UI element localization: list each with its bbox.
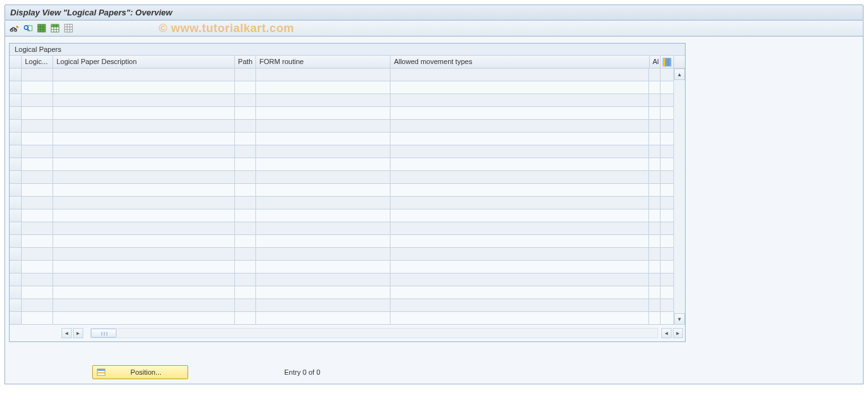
table-cell[interactable]	[390, 312, 649, 324]
table-cell[interactable]	[53, 248, 235, 260]
table-cell[interactable]	[235, 248, 257, 260]
table-cell[interactable]	[53, 145, 235, 158]
row-selector[interactable]	[10, 222, 21, 235]
table-cell[interactable]	[53, 299, 235, 311]
table-cell[interactable]	[53, 184, 235, 196]
table-cell[interactable]	[22, 286, 53, 299]
table-cell[interactable]	[256, 312, 390, 324]
find-icon[interactable]	[22, 22, 34, 34]
table-cell[interactable]	[649, 145, 661, 158]
row-selector[interactable]	[10, 274, 21, 286]
table-cell[interactable]	[649, 69, 661, 81]
table-cell[interactable]	[235, 235, 257, 247]
scroll-left-start-icon[interactable]: ◄	[61, 328, 72, 338]
table-cell[interactable]	[22, 133, 53, 145]
table-cell[interactable]	[235, 299, 257, 311]
table-cell[interactable]	[22, 184, 53, 196]
table-cell[interactable]	[53, 94, 235, 106]
table-cell[interactable]	[649, 261, 661, 273]
row-selector[interactable]	[10, 107, 21, 120]
row-selector[interactable]	[10, 286, 21, 299]
row-selector[interactable]	[10, 312, 21, 325]
table-cell[interactable]	[22, 261, 53, 273]
col-header-logic[interactable]: Logic...	[22, 56, 53, 68]
table-cell[interactable]	[390, 197, 649, 209]
table-cell[interactable]	[235, 94, 257, 106]
table-cell[interactable]	[390, 184, 649, 196]
col-header-al[interactable]: Al	[650, 56, 661, 68]
table-cell[interactable]	[235, 184, 257, 196]
table-cell[interactable]	[53, 81, 235, 94]
table-cell[interactable]	[649, 171, 661, 183]
row-selector[interactable]	[10, 120, 21, 133]
table-cell[interactable]	[256, 235, 390, 247]
table-cell[interactable]	[649, 222, 661, 234]
table-cell[interactable]	[256, 286, 390, 299]
table-cell[interactable]	[235, 69, 257, 81]
table-cell[interactable]	[390, 94, 649, 106]
table-cell[interactable]	[53, 261, 235, 273]
table-cell[interactable]	[53, 120, 235, 132]
table-cell[interactable]	[256, 145, 390, 158]
table-cell[interactable]	[390, 248, 649, 260]
table-cell[interactable]	[53, 222, 235, 234]
table-cell[interactable]	[22, 120, 53, 132]
column-settings-icon[interactable]	[661, 56, 673, 68]
table-cell[interactable]	[390, 286, 649, 299]
table-cell[interactable]	[649, 286, 661, 299]
table-cell[interactable]	[235, 261, 257, 273]
table-cell[interactable]	[649, 274, 661, 286]
scroll-right-end-icon[interactable]: ►	[673, 328, 683, 338]
row-selector[interactable]	[10, 94, 21, 107]
table-cell[interactable]	[22, 197, 53, 209]
table-cell[interactable]	[22, 248, 53, 260]
table-cell[interactable]	[235, 286, 257, 299]
table-cell[interactable]	[390, 69, 649, 81]
row-selector[interactable]	[10, 81, 21, 94]
display-change-icon[interactable]	[9, 22, 20, 34]
v-scroll-track[interactable]	[674, 80, 685, 313]
row-selector[interactable]	[10, 299, 21, 312]
table-cell[interactable]	[649, 197, 661, 209]
table-cell[interactable]	[256, 261, 390, 273]
row-selector[interactable]	[10, 248, 21, 261]
table-cell[interactable]	[649, 107, 661, 119]
row-selector[interactable]	[10, 197, 21, 209]
table-cell[interactable]	[649, 209, 661, 222]
table-cell[interactable]	[256, 69, 390, 81]
table-cell[interactable]	[235, 107, 257, 119]
table-cell[interactable]	[390, 261, 649, 273]
table-cell[interactable]	[53, 133, 235, 145]
table-cell[interactable]	[22, 299, 53, 311]
table-cell[interactable]	[390, 222, 649, 234]
table-cell[interactable]	[256, 81, 390, 94]
table-cell[interactable]	[649, 133, 661, 145]
row-selector[interactable]	[10, 145, 21, 158]
table-cell[interactable]	[235, 133, 257, 145]
table-cell[interactable]	[256, 222, 390, 234]
table-cell[interactable]	[22, 274, 53, 286]
table-cell[interactable]	[53, 312, 235, 324]
table-cell[interactable]	[649, 120, 661, 132]
table-cell[interactable]	[53, 274, 235, 286]
table-cell[interactable]	[390, 158, 649, 170]
table-cell[interactable]	[53, 235, 235, 247]
table-cell[interactable]	[235, 312, 257, 324]
table-cell[interactable]	[390, 133, 649, 145]
row-selector[interactable]	[10, 209, 21, 222]
row-selector[interactable]	[10, 261, 21, 274]
scroll-right-step-icon[interactable]: ►	[73, 328, 83, 338]
col-header-description[interactable]: Logical Paper Description	[53, 56, 235, 68]
table-cell[interactable]	[22, 69, 53, 81]
table-cell[interactable]	[390, 235, 649, 247]
table-cell[interactable]	[235, 120, 257, 132]
table-cell[interactable]	[649, 81, 661, 94]
table-cell[interactable]	[649, 158, 661, 170]
row-selector[interactable]	[10, 235, 21, 248]
deselect-all-icon[interactable]	[63, 22, 74, 34]
table-cell[interactable]	[235, 274, 257, 286]
col-header-allowed-movement[interactable]: Allowed movement types	[390, 56, 649, 68]
table-cell[interactable]	[390, 274, 649, 286]
table-cell[interactable]	[390, 107, 649, 119]
col-header-form-routine[interactable]: FORM routine	[256, 56, 390, 68]
